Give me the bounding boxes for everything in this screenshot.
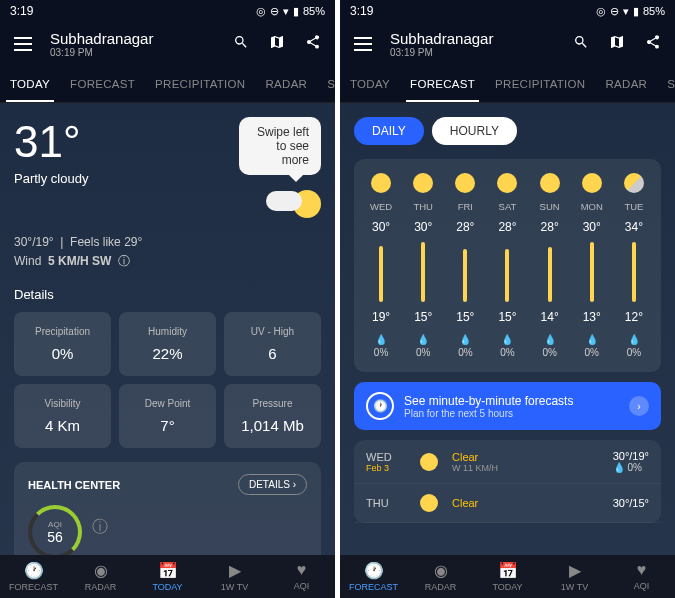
day-row[interactable]: THU Clear 30°/15° [354, 484, 661, 523]
day-precip: 0% [360, 347, 402, 358]
day-col[interactable]: FRI 28° 15° 💧 0% [444, 173, 486, 358]
day-lo: 12° [613, 310, 655, 324]
tab-forecast[interactable]: FORECAST [400, 66, 485, 102]
tab-today[interactable]: TODAY [0, 66, 60, 102]
menu-icon[interactable] [354, 37, 372, 51]
status-time: 3:19 [350, 4, 373, 18]
menu-icon[interactable] [14, 37, 32, 51]
day-name: FRI [444, 201, 486, 212]
day-precip: 0% [486, 347, 528, 358]
map-icon[interactable] [269, 34, 285, 54]
nav-radar[interactable]: ◉RADAR [67, 561, 134, 592]
forecast-chart[interactable]: WED 30° 19° 💧 0% THU 30° 15° 💧 0% FRI 28… [354, 159, 661, 372]
location-time: 03:19 PM [50, 47, 233, 58]
toggle-hourly[interactable]: HOURLY [432, 117, 517, 145]
row-condition: Clear [452, 497, 599, 509]
day-col[interactable]: WED 30° 19° 💧 0% [360, 173, 402, 358]
details-button[interactable]: DETAILS › [238, 474, 307, 495]
tab-precipitation[interactable]: PRECIPITATION [145, 66, 255, 102]
battery-pct: 85% [303, 5, 325, 17]
minute-forecast-card[interactable]: 🕐 See minute-by-minute forecasts Plan fo… [354, 382, 661, 430]
toggle-daily[interactable]: DAILY [354, 117, 424, 145]
day-name: THU [402, 201, 444, 212]
temp-bar [421, 242, 425, 302]
tab-radar[interactable]: RADAR [255, 66, 317, 102]
card-precipitation[interactable]: Precipitation0% [14, 312, 111, 376]
card-dew-point[interactable]: Dew Point7° [119, 384, 216, 448]
health-title: HEALTH CENTER [28, 479, 120, 491]
share-icon[interactable] [305, 34, 321, 54]
location-name: Subhadranagar [390, 30, 573, 47]
nav-radar[interactable]: ◉RADAR [407, 561, 474, 592]
location-block[interactable]: Subhadranagar 03:19 PM [390, 30, 573, 58]
swipe-tip: Swipe left to see more [239, 117, 321, 175]
day-row[interactable]: WEDFeb 3 ClearW 11 KM/H 30°/19°💧 0% [354, 440, 661, 484]
status-icons: ◎ ⊖ ▾ ▮ 85% [256, 5, 325, 18]
tab-precipitation[interactable]: PRECIPITATION [485, 66, 595, 102]
nav-forecast[interactable]: 🕐FORECAST [340, 561, 407, 592]
day-col[interactable]: SUN 28° 14° 💧 0% [529, 173, 571, 358]
tab-forecast[interactable]: FORECAST [60, 66, 145, 102]
location-block[interactable]: Subhadranagar 03:19 PM [50, 30, 233, 58]
app-bar: Subhadranagar 03:19 PM [340, 22, 675, 66]
drop-icon: 💧 [444, 334, 486, 345]
tab-today[interactable]: TODAY [340, 66, 400, 102]
battery-icon: ▮ [633, 5, 639, 18]
nav-aqi[interactable]: ♥AQI [268, 561, 335, 592]
details-grid: Precipitation0% Humidity22% UV - High6 V… [14, 312, 321, 448]
day-col[interactable]: MON 30° 13° 💧 0% [571, 173, 613, 358]
battery-pct: 85% [643, 5, 665, 17]
nav-today[interactable]: 📅TODAY [474, 561, 541, 592]
nav-forecast[interactable]: 🕐FORECAST [0, 561, 67, 592]
map-icon[interactable] [609, 34, 625, 54]
nav-today[interactable]: 📅TODAY [134, 561, 201, 592]
toggle-row: DAILY HOURLY [354, 117, 661, 145]
today-icon: 📅 [474, 561, 541, 580]
row-date: Feb 3 [366, 463, 406, 473]
info-icon[interactable]: ⓘ [118, 254, 130, 268]
video-icon: ▶ [201, 561, 268, 580]
share-icon[interactable] [645, 34, 661, 54]
location-name: Subhadranagar [50, 30, 233, 47]
row-condition: Clear [452, 451, 599, 463]
feels-value: 29° [124, 235, 142, 249]
content-today[interactable]: 31° Partly cloudy Swipe left to see more… [0, 103, 335, 555]
tab-radar[interactable]: RADAR [595, 66, 657, 102]
vibrate-icon: ◎ [596, 5, 606, 18]
card-pressure[interactable]: Pressure1,014 Mb [224, 384, 321, 448]
tab-sun[interactable]: SUN & [657, 66, 675, 102]
day-col[interactable]: THU 30° 15° 💧 0% [402, 173, 444, 358]
card-visibility[interactable]: Visibility4 Km [14, 384, 111, 448]
temp-bar [463, 249, 467, 302]
search-icon[interactable] [573, 34, 589, 54]
aqi-ring: AQI 56 [28, 505, 82, 555]
wind-value: 5 KM/H SW [48, 254, 111, 268]
screen-today: 3:19 ◎ ⊖ ▾ ▮ 85% Subhadranagar 03:19 PM … [0, 0, 335, 598]
sun-icon [624, 173, 644, 193]
status-time: 3:19 [10, 4, 33, 18]
day-col[interactable]: TUE 34° 12° 💧 0% [613, 173, 655, 358]
card-humidity[interactable]: Humidity22% [119, 312, 216, 376]
nav-tv[interactable]: ▶1W TV [541, 561, 608, 592]
day-lo: 15° [402, 310, 444, 324]
day-name: MON [571, 201, 613, 212]
wifi-icon: ▾ [283, 5, 289, 18]
health-center[interactable]: HEALTH CENTER DETAILS › AQI 56 ⓘ [14, 462, 321, 555]
content-forecast[interactable]: DAILY HOURLY WED 30° 19° 💧 0% THU 30° 15… [340, 103, 675, 555]
day-col[interactable]: SAT 28° 15° 💧 0% [486, 173, 528, 358]
info-icon[interactable]: ⓘ [92, 517, 108, 538]
row-day: WED [366, 451, 406, 463]
status-bar: 3:19 ◎ ⊖ ▾ ▮ 85% [340, 0, 675, 22]
today-icon: 📅 [134, 561, 201, 580]
day-name: WED [360, 201, 402, 212]
bottom-nav: 🕐FORECAST ◉RADAR 📅TODAY ▶1W TV ♥AQI [0, 555, 335, 598]
day-list: WEDFeb 3 ClearW 11 KM/H 30°/19°💧 0%THU C… [354, 440, 661, 523]
search-icon[interactable] [233, 34, 249, 54]
feels-label: Feels like [70, 235, 121, 249]
nav-tv[interactable]: ▶1W TV [201, 561, 268, 592]
minute-title: See minute-by-minute forecasts [404, 394, 619, 408]
card-uv[interactable]: UV - High6 [224, 312, 321, 376]
nav-aqi[interactable]: ♥AQI [608, 561, 675, 592]
location-time: 03:19 PM [390, 47, 573, 58]
tab-sun[interactable]: SUN & [317, 66, 335, 102]
